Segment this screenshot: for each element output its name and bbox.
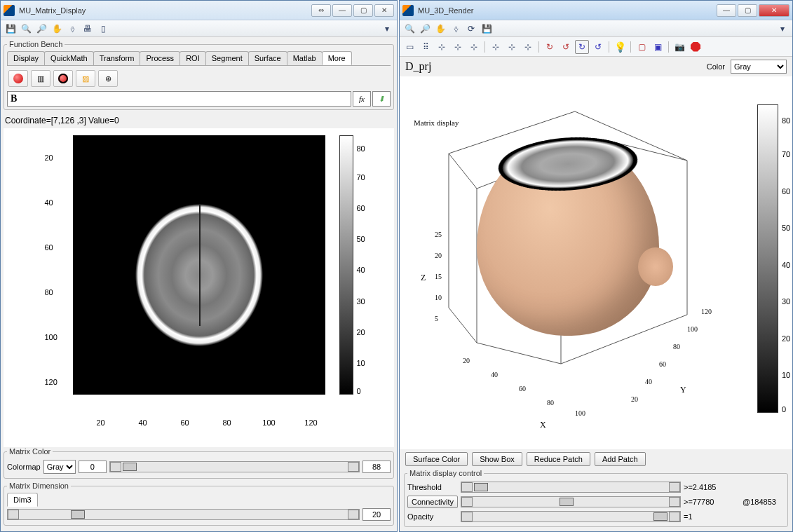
grill-icon[interactable]: ▥ — [31, 70, 50, 87]
fx-button[interactable]: fx — [353, 91, 371, 107]
axis-tool-icon[interactable]: ⊹ — [505, 40, 519, 54]
close-button[interactable]: ✕ — [374, 4, 394, 17]
zoom-out-icon[interactable]: 🔎 — [34, 22, 48, 36]
add-patch-button[interactable]: Add Patch — [595, 452, 646, 466]
tab-surface[interactable]: Surface — [248, 51, 287, 65]
datacursor-icon[interactable]: ⎀ — [65, 22, 79, 36]
mdc-legend: Matrix display control — [407, 469, 484, 477]
render-canvas[interactable]: Matrix display Z X Y 25 20 15 10 5 20 40… — [400, 76, 792, 449]
dock-button[interactable]: ⇔ — [311, 4, 331, 17]
rotate-x-icon[interactable]: ↻ — [543, 40, 557, 54]
tab-matlab[interactable]: Matlab — [287, 51, 323, 65]
x-tick: 80 — [547, 399, 554, 407]
connectivity-slider[interactable] — [461, 496, 681, 507]
x-tick: 40 — [491, 371, 498, 378]
threshold-value: >=2.4185 — [684, 483, 740, 491]
pan-icon[interactable]: ✋ — [433, 22, 447, 36]
minimize-button[interactable]: — — [717, 4, 736, 17]
tab-display[interactable]: Display — [7, 51, 45, 65]
render-title: D_prj — [405, 60, 701, 73]
colorbar-3d: 80 70 60 50 40 30 20 10 0 — [757, 104, 778, 413]
tab-transform[interactable]: Transform — [93, 51, 141, 65]
color-select[interactable]: Gray — [731, 60, 787, 74]
x-tick: 20 — [463, 357, 470, 364]
opacity-slider[interactable] — [461, 511, 681, 522]
render-header: D_prj Color Gray — [400, 57, 792, 76]
stop-icon[interactable] — [689, 40, 703, 54]
rotate-z-icon[interactable]: ↻ — [575, 40, 589, 54]
minimize-button[interactable]: — — [332, 4, 352, 17]
dim-value-input[interactable] — [362, 508, 391, 521]
xtick: 100 — [262, 418, 275, 427]
connectivity-button[interactable]: Connectivity — [407, 496, 458, 508]
formula-input[interactable] — [7, 91, 351, 107]
tab-segment[interactable]: Segment — [205, 51, 249, 65]
axis-tool-icon[interactable]: ⊹ — [521, 40, 535, 54]
threshold-slider[interactable] — [461, 482, 681, 493]
menu-dropdown-icon[interactable]: ▾ — [775, 22, 789, 36]
y-axis-label: Y — [680, 385, 686, 395]
opacity-label: Opacity — [407, 512, 458, 521]
tab-more[interactable]: More — [322, 51, 352, 65]
axis-tool-icon[interactable]: ⊹ — [467, 40, 481, 54]
save-icon[interactable]: 💾 — [480, 22, 494, 36]
film-reel-icon[interactable]: ⊛ — [98, 70, 118, 87]
axis-tool-icon[interactable]: ⊹ — [435, 40, 449, 54]
cb-tick: 10 — [782, 371, 790, 379]
slice-image[interactable] — [73, 135, 325, 395]
axis-tool-icon[interactable]: ⊹ — [489, 40, 503, 54]
titlebar-right[interactable]: MU_3D_Render — ▢ ✕ — [400, 1, 792, 20]
cmin-input[interactable] — [79, 461, 107, 473]
colormap-slider[interactable] — [109, 461, 360, 472]
box-icon[interactable]: ▣ — [651, 40, 665, 54]
tab-quickmath[interactable]: QuickMath — [44, 51, 94, 65]
reduce-patch-button[interactable]: Reduce Patch — [527, 452, 590, 466]
cb-tick: 50 — [782, 224, 790, 232]
datacursor-icon[interactable]: ⎀ — [449, 22, 463, 36]
scatter-icon[interactable]: ⠿ — [419, 40, 433, 54]
cb-tick: 20 — [357, 328, 365, 336]
ytick: 100 — [45, 333, 57, 341]
save-icon[interactable]: 💾 — [4, 22, 18, 36]
maximize-button[interactable]: ▢ — [353, 4, 373, 17]
red-dot-ring-icon[interactable] — [53, 70, 73, 87]
window-title: MU_3D_Render — [418, 6, 715, 15]
axis-tool-icon[interactable]: ⊹ — [451, 40, 465, 54]
zoom-in-icon[interactable]: 🔍 — [19, 22, 33, 36]
print-icon[interactable]: 🖶 — [81, 22, 95, 36]
toolbar-left: 💾 🔍 🔎 ✋ ⎀ 🖶 ▯ ▾ — [1, 20, 397, 37]
layout-icon[interactable]: ▯ — [96, 22, 110, 36]
maximize-button[interactable]: ▢ — [738, 4, 757, 17]
hatch-icon[interactable]: ▨ — [76, 70, 95, 87]
tab-roi[interactable]: ROI — [179, 51, 206, 65]
rotate-y-icon[interactable]: ↺ — [559, 40, 573, 54]
zoom-in-icon[interactable]: 🔍 — [402, 22, 416, 36]
tab-process[interactable]: Process — [140, 51, 180, 65]
cmax-input[interactable] — [362, 461, 391, 473]
zoom-out-icon[interactable]: 🔎 — [418, 22, 432, 36]
camera-icon[interactable]: 📷 — [672, 40, 686, 54]
box-icon[interactable]: ▢ — [635, 40, 649, 54]
rotate-icon[interactable]: ⟳ — [464, 22, 478, 36]
pan-icon[interactable]: ✋ — [50, 22, 64, 36]
dimension-slider[interactable] — [7, 509, 360, 520]
apply-icon[interactable]: ⬇ — [372, 91, 391, 107]
slice-plot-area[interactable]: 20 40 60 80 100 120 20 40 60 80 100 120 … — [4, 128, 394, 447]
titlebar-left[interactable]: MU_Matrix_Display ⇔ — ▢ ✕ — [1, 1, 397, 20]
tab-dim3[interactable]: Dim3 — [7, 493, 38, 507]
light-icon[interactable]: 💡 — [613, 40, 627, 54]
select-icon[interactable]: ▭ — [402, 40, 416, 54]
function-bench-legend: Function Bench — [7, 40, 65, 48]
cb-tick: 50 — [357, 235, 365, 243]
red-sphere-icon[interactable] — [8, 70, 28, 87]
surface-color-button[interactable]: Surface Color — [405, 452, 468, 466]
rotate-free-icon[interactable]: ↺ — [591, 40, 605, 54]
y-tick: 100 — [687, 325, 698, 333]
colormap-select[interactable]: Gray — [43, 460, 76, 474]
left-content: Function Bench Display QuickMath Transfo… — [1, 37, 397, 531]
connectivity-value: >=77780 — [684, 498, 740, 506]
menu-dropdown-icon[interactable]: ▾ — [380, 22, 394, 36]
show-box-button[interactable]: Show Box — [472, 452, 522, 466]
close-button[interactable]: ✕ — [759, 4, 789, 17]
matlab-icon — [402, 5, 414, 16]
